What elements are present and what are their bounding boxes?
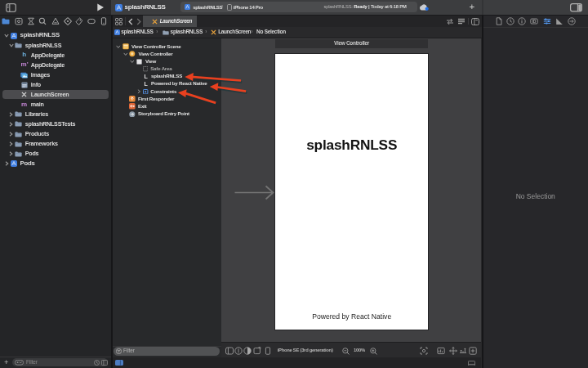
svg-text:ID: ID xyxy=(532,20,537,24)
